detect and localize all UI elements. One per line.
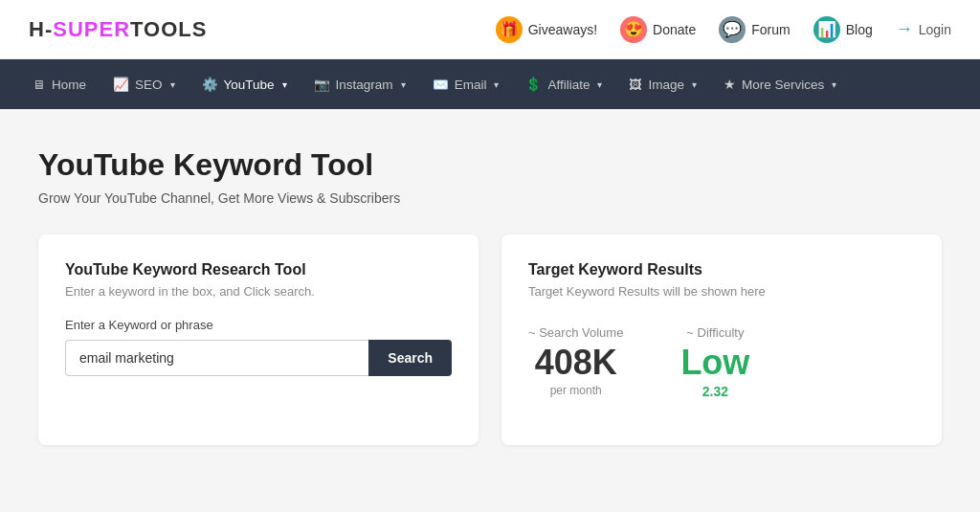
nav-instagram[interactable]: 📷 Instagram ▾ [301, 59, 419, 109]
youtube-chevron-icon: ▾ [282, 79, 287, 90]
search-volume-label: ~ Search Volume [528, 325, 623, 340]
top-nav-giveaways[interactable]: 🎁 Giveaways! [496, 16, 597, 43]
page-title: YouTube Keyword Tool [38, 147, 942, 183]
seo-icon: 📈 [113, 77, 129, 92]
email-icon: ✉️ [433, 77, 449, 92]
top-nav: 🎁 Giveaways! 😍 Donate 💬 Forum 📊 Blog → L… [496, 16, 951, 43]
top-header: H-SUPERTOOLS 🎁 Giveaways! 😍 Donate 💬 For… [0, 0, 980, 59]
keyword-input[interactable] [65, 340, 368, 376]
difficulty-value: Low [680, 345, 749, 380]
difficulty-label: ~ Difficulty [686, 325, 744, 340]
difficulty-score: 2.32 [702, 384, 728, 399]
stats-row: ~ Search Volume 408K per month ~ Difficu… [528, 325, 915, 399]
nav-image[interactable]: 🖼 Image ▾ [615, 59, 710, 109]
nav-youtube-label: YouTube [224, 78, 275, 92]
seo-chevron-icon: ▾ [170, 79, 175, 90]
keyword-card-title: YouTube Keyword Research Tool [65, 261, 452, 278]
more-services-chevron-icon: ▾ [832, 79, 836, 90]
nav-youtube[interactable]: ⚙️ YouTube ▾ [189, 59, 301, 109]
logo-tools: TOOLS [130, 17, 207, 41]
forum-icon: 💬 [719, 16, 746, 43]
image-chevron-icon: ▾ [692, 79, 697, 90]
image-icon: 🖼 [629, 78, 642, 92]
page-content: YouTube Keyword Tool Grow Your YouTube C… [0, 109, 980, 464]
search-row: Search [65, 340, 452, 376]
input-label: Enter a Keyword or phrase [65, 318, 452, 332]
email-chevron-icon: ▾ [494, 79, 499, 90]
blog-icon: 📊 [813, 16, 840, 43]
nav-more-services[interactable]: ★ More Services ▾ [710, 59, 850, 109]
nav-email[interactable]: ✉️ Email ▾ [419, 59, 513, 109]
nav-affiliate[interactable]: 💲 Affiliate ▾ [512, 59, 615, 109]
logo-super: SUPER [53, 17, 130, 41]
affiliate-icon: 💲 [525, 77, 542, 92]
page-subtitle: Grow Your YouTube Channel, Get More View… [38, 190, 942, 206]
blog-label: Blog [846, 22, 873, 37]
instagram-icon: 📷 [314, 77, 330, 92]
search-volume-value: 408K [535, 345, 617, 380]
keyword-card-desc: Enter a keyword in the box, and Click se… [65, 284, 452, 299]
logo-h: H- [29, 17, 53, 41]
gift-icon: 🎁 [496, 16, 523, 43]
login-label: Login [919, 22, 951, 37]
top-nav-forum[interactable]: 💬 Forum [719, 16, 790, 43]
instagram-chevron-icon: ▾ [401, 79, 406, 90]
search-button[interactable]: Search [368, 340, 452, 376]
donate-icon: 😍 [620, 16, 647, 43]
nav-seo-label: SEO [135, 78, 163, 92]
giveaways-label: Giveaways! [528, 22, 597, 37]
keyword-tool-card: YouTube Keyword Research Tool Enter a ke… [38, 234, 479, 445]
main-nav: 🖥 Home 📈 SEO ▾ ⚙️ YouTube ▾ 📷 Instagram … [0, 59, 980, 109]
nav-more-services-label: More Services [742, 78, 824, 92]
donate-label: Donate [653, 22, 696, 37]
top-nav-blog[interactable]: 📊 Blog [813, 16, 873, 43]
logo[interactable]: H-SUPERTOOLS [29, 17, 207, 42]
nav-image-label: Image [648, 78, 684, 92]
nav-home-label: Home [52, 78, 86, 92]
affiliate-chevron-icon: ▾ [597, 79, 602, 90]
forum-label: Forum [751, 22, 790, 37]
more-services-star-icon: ★ [724, 77, 736, 92]
nav-email-label: Email [455, 78, 487, 92]
difficulty-col: ~ Difficulty Low 2.32 [680, 325, 749, 399]
top-nav-donate[interactable]: 😍 Donate [620, 16, 696, 43]
youtube-icon: ⚙️ [202, 77, 218, 92]
results-card-title: Target Keyword Results [528, 261, 915, 278]
results-card-desc: Target Keyword Results will be shown her… [528, 284, 915, 299]
login-arrow-icon: → [896, 19, 913, 39]
nav-seo[interactable]: 📈 SEO ▾ [100, 59, 189, 109]
home-icon: 🖥 [33, 78, 46, 92]
cards-row: YouTube Keyword Research Tool Enter a ke… [38, 234, 942, 445]
nav-instagram-label: Instagram [336, 78, 393, 92]
nav-home[interactable]: 🖥 Home [19, 59, 100, 109]
login-button[interactable]: → Login [896, 19, 951, 39]
search-volume-sub: per month [550, 384, 602, 397]
nav-affiliate-label: Affiliate [547, 78, 590, 92]
search-volume-col: ~ Search Volume 408K per month [528, 325, 623, 397]
results-card: Target Keyword Results Target Keyword Re… [501, 234, 942, 445]
